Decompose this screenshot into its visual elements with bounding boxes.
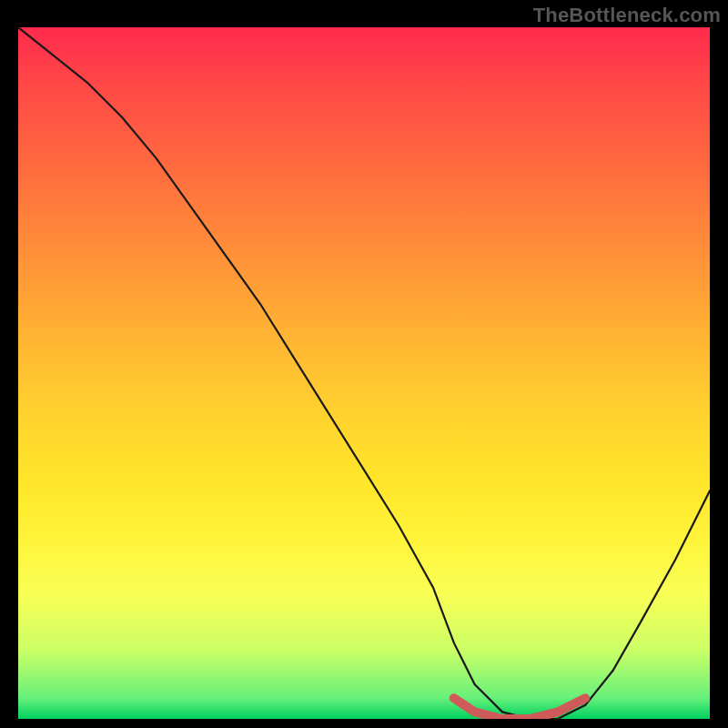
bottleneck-curve xyxy=(18,27,710,719)
plot-area xyxy=(18,27,710,719)
attribution-label: TheBottleneck.com xyxy=(533,4,721,27)
curve-layer xyxy=(18,27,710,719)
chart-stage: TheBottleneck.com xyxy=(0,0,728,728)
